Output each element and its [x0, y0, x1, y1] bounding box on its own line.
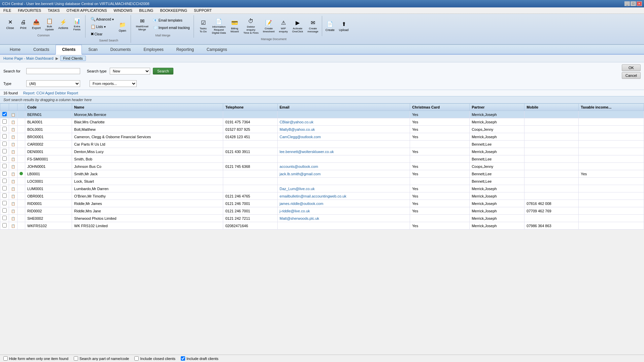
col-code[interactable]: Code	[25, 104, 72, 111]
billing-wizard-btn[interactable]: 💳 BillingWizard	[229, 18, 241, 34]
col-partner[interactable]: Partner	[470, 104, 524, 111]
row-check-14[interactable]	[0, 215, 9, 222]
menu-favourites[interactable]: FAVOURITES	[14, 7, 44, 13]
email-templates-btn[interactable]: 📧 Email templates	[151, 17, 192, 24]
row-checkbox-12[interactable]	[2, 201, 7, 205]
col-email[interactable]: Email	[277, 104, 410, 111]
menu-bookkeeping[interactable]: BOOKKEEPING	[157, 7, 191, 13]
row-checkbox-9[interactable]	[2, 179, 7, 183]
table-row[interactable]: 📋 LOC0001 Lock, Stuart Bennett,Lee	[0, 178, 644, 185]
col-taxable-income[interactable]: Taxable income...	[579, 104, 644, 111]
results-report-link[interactable]: Report: CCH Aged Debtor Report	[23, 91, 78, 95]
row-checkbox-6[interactable]	[2, 156, 7, 161]
import-email-tracking-btn[interactable]: 📨 Import email tracking	[151, 24, 192, 31]
table-row[interactable]: 📋 BRO0001 Cameron, Clegg & Osborne Finan…	[0, 133, 644, 141]
table-row[interactable]: 📋 CAR0002 Car Parts R Us Ltd Bennett,Lee	[0, 141, 644, 148]
cancel-button[interactable]: Cancel	[622, 72, 641, 79]
debtor-enquiry-btn[interactable]: ⏱ DebtorenquiryTime & Fees	[242, 16, 260, 35]
table-row[interactable]: 📋 RID0002 Riddle,Mrs Jane 0121 246 7001 …	[0, 207, 644, 215]
row-email-link-14[interactable]: Matt@sherwoods.plc.uk	[280, 216, 319, 220]
table-row[interactable]: 📋 DEN0001 Denton,Miss Lucy 0121 430 3911…	[0, 148, 644, 155]
create-doc-btn[interactable]: 📄 Create	[324, 19, 336, 33]
row-check-15[interactable]	[0, 222, 9, 230]
tab-home[interactable]: Home	[3, 45, 27, 55]
row-checkbox-0[interactable]	[2, 112, 7, 116]
row-check-2[interactable]	[0, 126, 9, 133]
search-type-select[interactable]: New	[110, 68, 150, 74]
row-check-10[interactable]	[0, 185, 9, 192]
col-christmas-card[interactable]: Christmas Card	[410, 104, 470, 111]
col-telephone[interactable]: Telephone	[223, 104, 277, 111]
tab-clients[interactable]: Clients	[56, 45, 82, 55]
tab-campaigns[interactable]: Campaigns	[200, 45, 234, 55]
col-check[interactable]	[0, 104, 9, 111]
row-email-link-11[interactable]: emailbulletin@mail.accountingweb.co.uk	[280, 194, 346, 198]
menu-other-apps[interactable]: OTHER APPLICATIONS	[63, 7, 110, 13]
table-row[interactable]: 📋 JOHN0001 Johnson Bus Co 0121 745 6368 …	[0, 163, 644, 170]
col-name[interactable]: Name	[72, 104, 223, 111]
from-reports-select[interactable]: From reports...	[90, 80, 137, 87]
row-email-link-8[interactable]: jack.lb.smith@gmail.com	[280, 172, 321, 176]
menu-file[interactable]: FILE	[0, 7, 14, 13]
search-any-part-checkbox[interactable]	[74, 356, 78, 361]
menu-windows[interactable]: WINDOWS	[110, 7, 136, 13]
menu-support[interactable]: SUPPORT	[191, 7, 215, 13]
row-check-5[interactable]	[0, 148, 9, 155]
row-check-0[interactable]	[0, 111, 9, 118]
tab-contacts[interactable]: Contacts	[27, 45, 56, 55]
table-row[interactable]: 📋 BERN01 Monroe,Ms Bernice Yes Merrick,J…	[0, 111, 644, 118]
upload-btn[interactable]: ⬆ Upload	[337, 19, 350, 33]
tab-documents[interactable]: Documents	[104, 45, 137, 55]
hide-form-label[interactable]: Hide form when only one item found	[3, 356, 68, 361]
create-timesheet-btn[interactable]: 📝 Createtimesheet	[261, 18, 276, 34]
type-select[interactable]: (All)	[26, 80, 80, 87]
mail-email-merge-btn[interactable]: ✉ Mail/EmailMerge	[134, 16, 150, 32]
include-closed-label[interactable]: Include closed clients	[134, 356, 175, 361]
lists-btn[interactable]: 📋 Lists ▾	[89, 23, 115, 30]
row-check-13[interactable]	[0, 207, 9, 215]
actions-btn[interactable]: ⚡ Actions	[57, 17, 70, 31]
col-mobile[interactable]: Mobile	[524, 104, 579, 111]
row-check-4[interactable]	[0, 141, 9, 148]
include-draft-label[interactable]: Include draft clients	[181, 356, 218, 361]
table-row[interactable]: 📋 BLA0001 Blair,Mrs Charlotte 0191 475 7…	[0, 118, 644, 126]
row-check-1[interactable]	[0, 118, 9, 126]
include-draft-checkbox[interactable]	[181, 356, 185, 361]
table-row[interactable]: 📋 SHE0002 Sherwood Photos Limited 0121 2…	[0, 215, 644, 222]
menu-tasks[interactable]: TASKS	[44, 7, 63, 13]
extra-fields-btn[interactable]: 📊 ExtraFields	[71, 16, 83, 32]
tab-employees[interactable]: Employees	[137, 45, 170, 55]
row-checkbox-7[interactable]	[2, 164, 7, 168]
row-email-link-13[interactable]: j-riddle@live.co.uk	[280, 209, 310, 213]
table-row[interactable]: 📋 LB0001 Smith,Mr Jack jack.lb.smith@gma…	[0, 170, 644, 178]
search-any-part-label[interactable]: Search any part of name/code	[74, 356, 129, 361]
tasks-todo-btn[interactable]: ☑ TasksTo Do	[197, 18, 209, 34]
row-checkbox-2[interactable]	[2, 127, 7, 131]
table-row[interactable]: 📋 WKFRS102 WK FRS102 Limited 02082471646…	[0, 222, 644, 230]
menu-billing[interactable]: BILLING	[136, 7, 157, 13]
search-button[interactable]: Search	[153, 68, 173, 74]
row-check-7[interactable]	[0, 163, 9, 170]
row-check-12[interactable]	[0, 200, 9, 207]
close-btn[interactable]: ✕ Close	[4, 17, 16, 31]
row-checkbox-10[interactable]	[2, 186, 7, 190]
row-check-8[interactable]	[0, 170, 9, 178]
close-window-button[interactable]: ✕	[637, 1, 642, 6]
row-check-3[interactable]	[0, 133, 9, 141]
row-checkbox-5[interactable]	[2, 149, 7, 153]
row-checkbox-11[interactable]	[2, 193, 7, 198]
wip-enquiry-btn[interactable]: ⚠ WIPenquiry	[277, 18, 290, 34]
table-row[interactable]: 📋 OBR0001 O'Brien,Mr Timothy 0121 246 47…	[0, 192, 644, 200]
row-email-link-1[interactable]: CBlair@yahoo.co.uk	[280, 120, 313, 124]
table-row[interactable]: 📋 FS-SMI0001 Smith, Bob Bennett,Lee	[0, 155, 644, 163]
search-for-input[interactable]	[26, 68, 80, 74]
row-checkbox-14[interactable]	[2, 216, 7, 220]
print-btn[interactable]: 🖨 Print	[17, 17, 29, 31]
row-email-link-7[interactable]: accounts@outlook.com	[280, 164, 318, 169]
activate-btn[interactable]: ▶ ActivateOneClick	[291, 18, 305, 34]
row-check-9[interactable]	[0, 178, 9, 185]
export-btn[interactable]: 📤 Export	[30, 17, 42, 31]
row-email-link-3[interactable]: CamClegg@outlook.com	[280, 135, 321, 139]
row-email-link-2[interactable]: MattyB@yahoo.co.uk	[280, 127, 315, 131]
row-email-link-12[interactable]: james.riddle@outlook.com	[280, 202, 324, 206]
